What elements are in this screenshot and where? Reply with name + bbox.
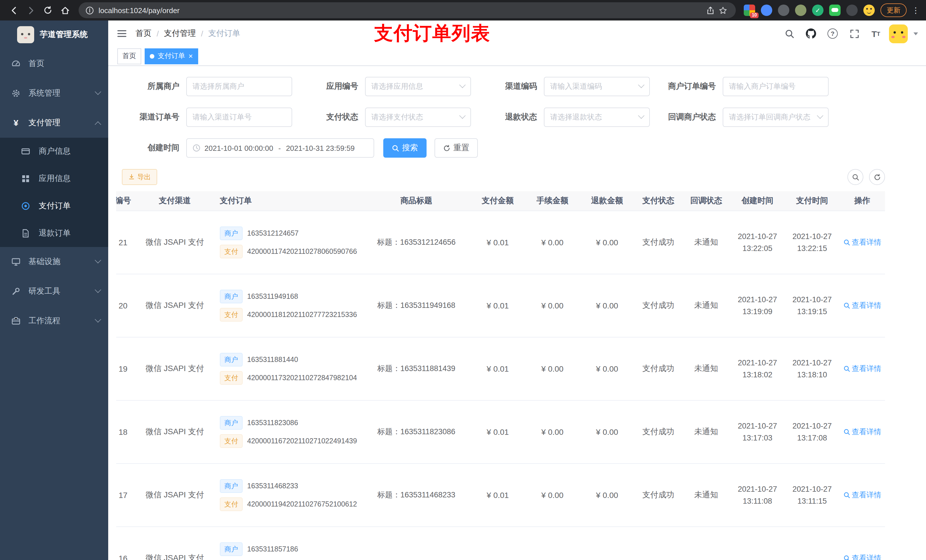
chrome-menu-icon[interactable]: ⋮	[911, 6, 920, 15]
view-detail-link[interactable]: 查看详情	[843, 553, 881, 560]
cell-fee: ¥ 0.00	[525, 274, 580, 337]
chevron-down-icon	[817, 112, 823, 119]
site-info-icon[interactable]	[85, 6, 94, 15]
browser-forward-button[interactable]	[23, 2, 39, 18]
sidebar-item-refund-order[interactable]: 退款订单	[0, 220, 108, 247]
filter-label-channel-order-no: 渠道订单号	[120, 112, 186, 122]
cell-channel: 微信 JSAPI 支付	[141, 211, 209, 274]
active-dot	[150, 54, 154, 58]
cell-actions: 查看详情	[840, 463, 885, 527]
bookmark-star-icon[interactable]	[716, 4, 729, 17]
tab-pay-order[interactable]: 支付订单 ×	[145, 48, 198, 64]
breadcrumb-pay[interactable]: 支付管理	[164, 29, 196, 39]
app-title: 芋道管理系统	[40, 30, 88, 40]
pay-status-select[interactable]: 请选择支付状态	[365, 107, 471, 127]
search-button[interactable]: 搜索	[383, 138, 427, 158]
extension-icon-blue[interactable]	[761, 5, 772, 16]
search-icon[interactable]	[781, 25, 798, 42]
extension-icon-emoji[interactable]	[863, 5, 875, 16]
filter-label-pay-status: 支付状态	[298, 112, 365, 122]
toggle-search-button[interactable]	[847, 169, 863, 185]
cell-id: 16	[116, 527, 141, 560]
cell-create-time: 2021-10-27 13:18:02	[730, 337, 785, 400]
user-avatar[interactable]	[889, 24, 908, 43]
sidebar-item-home[interactable]: 首页	[0, 49, 108, 78]
chevron-down-icon	[95, 287, 101, 293]
sidebar-item-pay[interactable]: ¥ 支付管理	[0, 108, 108, 138]
channel-code-select[interactable]: 请输入渠道编码	[544, 77, 650, 96]
sidebar-item-merchant-info[interactable]: 商户信息	[0, 138, 108, 165]
browser-home-button[interactable]	[57, 2, 73, 18]
col-title: 商品标题	[362, 191, 471, 211]
monitor-icon	[11, 257, 21, 266]
cell-title: 标题：1635311468233	[362, 463, 471, 527]
cell-actions: 查看详情	[840, 400, 885, 463]
cell-pay-time: 2021-10-27 13:11:15	[785, 463, 840, 527]
chrome-update-button[interactable]: 更新	[881, 3, 906, 17]
export-button[interactable]: 导出	[122, 169, 157, 185]
view-detail-link[interactable]: 查看详情	[843, 490, 881, 500]
create-time-range-picker[interactable]: 2021-10-01 00:00:00 - 2021-10-31 23:59:5…	[186, 138, 374, 158]
cell-pay-status: 支付成功	[634, 337, 682, 400]
breadcrumb-home[interactable]: 首页	[136, 29, 151, 39]
channel-order-no-input[interactable]: 请输入渠道订单号	[186, 107, 292, 127]
cell-fee: ¥ 0.00	[525, 211, 580, 274]
cell-refund: ¥ 0.00	[580, 337, 634, 400]
browser-reload-button[interactable]	[40, 2, 56, 18]
merchant-order-no: 1635311857186	[247, 545, 298, 553]
view-detail-link[interactable]: 查看详情	[843, 427, 881, 437]
order-table: 编号 支付渠道 支付订单 商品标题 支付金额 手续金额 退款金额 支付状态 回调…	[116, 191, 918, 560]
cell-create-time: 2021-10-27 13:11:08	[730, 463, 785, 527]
view-detail-link[interactable]: 查看详情	[843, 300, 881, 311]
sidebar-item-system[interactable]: 系统管理	[0, 78, 108, 108]
channel-pay-no: 4200001181202110277723215336	[247, 311, 357, 319]
pay-tag: 支付	[220, 434, 243, 448]
filter-label-merchant-order-no: 商户订单编号	[656, 82, 723, 92]
close-icon[interactable]: ×	[189, 52, 193, 60]
share-icon[interactable]	[704, 4, 716, 17]
cell-notify-status: 未通知	[682, 211, 730, 274]
extension-icon-green-chat[interactable]	[829, 5, 841, 16]
merchant-order-no-input[interactable]: 请输入商户订单编号	[723, 77, 829, 96]
owner-merchant-select[interactable]: 请选择所属商户	[186, 77, 292, 96]
extension-icon-colorful[interactable]: 10	[744, 5, 755, 16]
refund-status-select[interactable]: 请选择退款状态	[544, 107, 650, 127]
refresh-button[interactable]	[869, 169, 885, 185]
screen: localhost:1024/pay/order 10 更新 ⋮	[0, 0, 926, 560]
reset-button[interactable]: 重置	[434, 138, 478, 158]
cell-create-time	[730, 527, 785, 560]
sidebar-item-pay-order[interactable]: 支付订单	[0, 192, 108, 220]
breadcrumb: 首页 / 支付管理 / 支付订单	[136, 29, 240, 39]
pay-submenu: 商户信息 应用信息 支付订单	[0, 138, 108, 247]
help-icon[interactable]: ?	[824, 25, 841, 42]
extension-icon-green-check[interactable]	[812, 5, 823, 16]
cell-title: 标题：1635311881439	[362, 337, 471, 400]
cell-pay-order: 商户 1635311823086 支付 42000011672021102710…	[209, 400, 362, 463]
pay-tag: 支付	[220, 245, 243, 258]
cell-amount: ¥ 0.01	[471, 400, 525, 463]
tab-home[interactable]: 首页	[117, 48, 141, 64]
browser-back-button[interactable]	[6, 2, 22, 18]
extension-icon-gray[interactable]	[778, 5, 789, 16]
callback-status-select[interactable]: 请选择订单回调商户状态	[723, 107, 829, 127]
sidebar-item-devtools[interactable]: 研发工具	[0, 276, 108, 306]
sidebar-logo[interactable]: 芋道管理系统	[0, 21, 108, 49]
font-size-icon[interactable]: TT	[867, 25, 884, 42]
sidebar-item-app-info[interactable]: 应用信息	[0, 165, 108, 192]
sidebar-item-infra[interactable]: 基础设施	[0, 247, 108, 276]
github-icon[interactable]	[802, 25, 820, 42]
table-row: 19 微信 JSAPI 支付 商户 1635311881440 支付 42000…	[116, 337, 885, 400]
view-detail-link[interactable]: 查看详情	[843, 237, 881, 248]
extension-icon-olive[interactable]	[795, 5, 806, 16]
extension-icon-dark[interactable]	[846, 5, 858, 16]
user-menu-caret-icon[interactable]	[914, 32, 918, 35]
filter-label-owner-merchant: 所属商户	[120, 82, 186, 92]
sidebar-item-workflow[interactable]: 工作流程	[0, 306, 108, 336]
app-no-select[interactable]: 请选择应用信息	[365, 77, 471, 96]
address-bar[interactable]: localhost:1024/pay/order	[79, 2, 736, 18]
wrench-icon	[11, 287, 21, 296]
cell-id: 17	[116, 463, 141, 527]
fullscreen-icon[interactable]	[846, 25, 863, 42]
view-detail-link[interactable]: 查看详情	[843, 364, 881, 374]
menu-fold-icon[interactable]	[108, 29, 136, 39]
